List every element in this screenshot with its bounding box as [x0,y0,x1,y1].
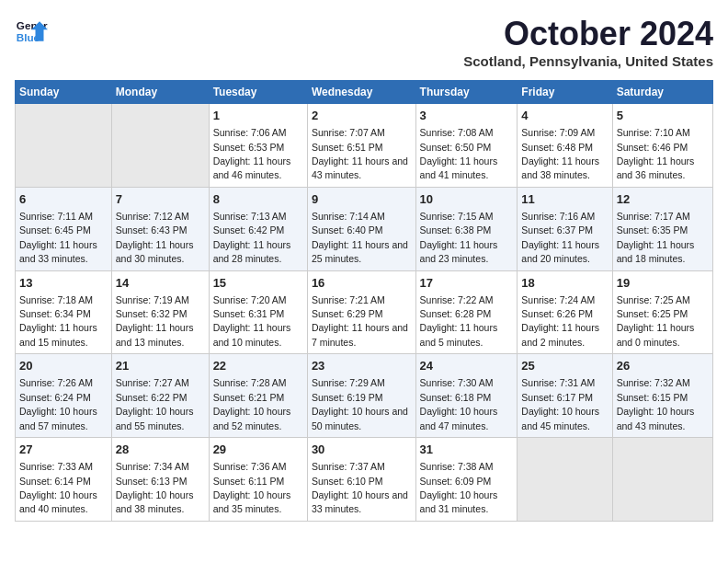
day-info: Sunrise: 7:24 AMSunset: 6:26 PMDaylight:… [521,294,599,348]
calendar-week-row: 6Sunrise: 7:11 AMSunset: 6:45 PMDaylight… [16,187,713,270]
calendar-day-cell: 11Sunrise: 7:16 AMSunset: 6:37 PMDayligh… [518,187,612,270]
day-info: Sunrise: 7:15 AMSunset: 6:38 PMDaylight:… [420,211,498,264]
day-info: Sunrise: 7:34 AMSunset: 6:13 PMDaylight:… [116,461,194,514]
day-info: Sunrise: 7:33 AMSunset: 6:14 PMDaylight:… [19,461,97,514]
day-info: Sunrise: 7:32 AMSunset: 6:15 PMDaylight:… [617,377,695,431]
day-info: Sunrise: 7:06 AMSunset: 6:53 PMDaylight:… [213,127,291,180]
calendar-day-cell: 8Sunrise: 7:13 AMSunset: 6:42 PMDaylight… [209,187,307,270]
weekday-header: Saturday [612,81,712,104]
day-number: 6 [19,191,108,208]
calendar-table: SundayMondayTuesdayWednesdayThursdayFrid… [15,80,713,522]
calendar-header-row: SundayMondayTuesdayWednesdayThursdayFrid… [16,81,713,104]
calendar-week-row: 13Sunrise: 7:18 AMSunset: 6:34 PMDayligh… [16,270,713,354]
day-number: 1 [213,108,303,124]
weekday-header: Monday [111,81,209,104]
day-number: 9 [312,191,412,208]
calendar-day-cell: 15Sunrise: 7:20 AMSunset: 6:31 PMDayligh… [209,270,307,354]
calendar-day-cell: 21Sunrise: 7:27 AMSunset: 6:22 PMDayligh… [111,354,209,438]
weekday-header: Tuesday [209,81,307,104]
calendar-day-cell: 7Sunrise: 7:12 AMSunset: 6:43 PMDaylight… [111,187,209,270]
day-number: 18 [521,275,608,292]
calendar-day-cell: 17Sunrise: 7:22 AMSunset: 6:28 PMDayligh… [415,270,518,354]
title-block: October 2024 Scotland, Pennsylvania, Uni… [463,15,713,69]
calendar-day-cell [612,438,712,522]
weekday-header: Sunday [16,81,112,104]
calendar-day-cell: 9Sunrise: 7:14 AMSunset: 6:40 PMDaylight… [307,187,415,270]
day-info: Sunrise: 7:28 AMSunset: 6:21 PMDaylight:… [213,377,291,431]
calendar-day-cell: 22Sunrise: 7:28 AMSunset: 6:21 PMDayligh… [209,354,307,438]
day-number: 23 [312,358,412,374]
weekday-header: Thursday [415,81,518,104]
logo-icon: General Blue [15,15,48,48]
calendar-day-cell: 29Sunrise: 7:36 AMSunset: 6:11 PMDayligh… [209,438,307,522]
calendar-day-cell [16,104,112,188]
day-info: Sunrise: 7:09 AMSunset: 6:48 PMDaylight:… [521,127,599,180]
calendar-day-cell: 30Sunrise: 7:37 AMSunset: 6:10 PMDayligh… [307,438,415,522]
calendar-day-cell: 16Sunrise: 7:21 AMSunset: 6:29 PMDayligh… [307,270,415,354]
day-info: Sunrise: 7:16 AMSunset: 6:37 PMDaylight:… [521,211,599,264]
day-number: 14 [116,275,205,292]
location: Scotland, Pennsylvania, United States [463,53,713,69]
day-info: Sunrise: 7:13 AMSunset: 6:42 PMDaylight:… [213,211,291,264]
day-info: Sunrise: 7:22 AMSunset: 6:28 PMDaylight:… [420,294,498,348]
day-number: 29 [213,442,303,458]
day-info: Sunrise: 7:14 AMSunset: 6:40 PMDaylight:… [312,211,408,264]
calendar-day-cell: 31Sunrise: 7:38 AMSunset: 6:09 PMDayligh… [415,438,518,522]
day-info: Sunrise: 7:18 AMSunset: 6:34 PMDaylight:… [19,294,97,348]
weekday-header: Wednesday [307,81,415,104]
page-header: General Blue October 2024 Scotland, Penn… [15,15,713,69]
day-info: Sunrise: 7:27 AMSunset: 6:22 PMDaylight:… [116,377,194,431]
day-info: Sunrise: 7:31 AMSunset: 6:17 PMDaylight:… [521,377,599,431]
month-title: October 2024 [463,15,713,53]
day-info: Sunrise: 7:25 AMSunset: 6:25 PMDaylight:… [617,294,695,348]
day-number: 30 [312,442,412,458]
calendar-day-cell: 2Sunrise: 7:07 AMSunset: 6:51 PMDaylight… [307,104,415,188]
day-number: 25 [521,358,608,374]
calendar-day-cell: 6Sunrise: 7:11 AMSunset: 6:45 PMDaylight… [16,187,112,270]
calendar-day-cell: 18Sunrise: 7:24 AMSunset: 6:26 PMDayligh… [518,270,612,354]
calendar-day-cell [518,438,612,522]
day-info: Sunrise: 7:07 AMSunset: 6:51 PMDaylight:… [312,127,408,180]
calendar-day-cell: 10Sunrise: 7:15 AMSunset: 6:38 PMDayligh… [415,187,518,270]
calendar-day-cell: 25Sunrise: 7:31 AMSunset: 6:17 PMDayligh… [518,354,612,438]
calendar-day-cell: 1Sunrise: 7:06 AMSunset: 6:53 PMDaylight… [209,104,307,188]
day-info: Sunrise: 7:36 AMSunset: 6:11 PMDaylight:… [213,461,291,514]
day-number: 13 [19,275,108,292]
day-number: 27 [19,442,108,458]
day-info: Sunrise: 7:08 AMSunset: 6:50 PMDaylight:… [420,127,498,180]
day-info: Sunrise: 7:30 AMSunset: 6:18 PMDaylight:… [420,377,498,431]
day-number: 15 [213,275,303,292]
calendar-day-cell: 24Sunrise: 7:30 AMSunset: 6:18 PMDayligh… [415,354,518,438]
calendar-day-cell: 12Sunrise: 7:17 AMSunset: 6:35 PMDayligh… [612,187,712,270]
day-number: 24 [420,358,514,374]
day-number: 10 [420,191,514,208]
day-number: 28 [116,442,205,458]
day-number: 3 [420,108,514,124]
calendar-day-cell: 23Sunrise: 7:29 AMSunset: 6:19 PMDayligh… [307,354,415,438]
day-number: 22 [213,358,303,374]
day-number: 19 [617,275,709,292]
day-number: 5 [617,108,709,124]
day-number: 11 [521,191,608,208]
calendar-day-cell: 13Sunrise: 7:18 AMSunset: 6:34 PMDayligh… [16,270,112,354]
day-number: 8 [213,191,303,208]
day-info: Sunrise: 7:10 AMSunset: 6:46 PMDaylight:… [617,127,695,180]
day-number: 7 [116,191,205,208]
day-info: Sunrise: 7:19 AMSunset: 6:32 PMDaylight:… [116,294,194,348]
day-number: 20 [19,358,108,374]
calendar-week-row: 1Sunrise: 7:06 AMSunset: 6:53 PMDaylight… [16,104,713,188]
day-info: Sunrise: 7:11 AMSunset: 6:45 PMDaylight:… [19,211,97,264]
day-info: Sunrise: 7:12 AMSunset: 6:43 PMDaylight:… [116,211,194,264]
day-number: 12 [617,191,709,208]
day-info: Sunrise: 7:38 AMSunset: 6:09 PMDaylight:… [420,461,498,514]
day-number: 21 [116,358,205,374]
calendar-day-cell: 27Sunrise: 7:33 AMSunset: 6:14 PMDayligh… [16,438,112,522]
day-info: Sunrise: 7:29 AMSunset: 6:19 PMDaylight:… [312,377,408,431]
calendar-day-cell: 19Sunrise: 7:25 AMSunset: 6:25 PMDayligh… [612,270,712,354]
day-number: 16 [312,275,412,292]
day-info: Sunrise: 7:17 AMSunset: 6:35 PMDaylight:… [617,211,695,264]
calendar-day-cell: 4Sunrise: 7:09 AMSunset: 6:48 PMDaylight… [518,104,612,188]
day-info: Sunrise: 7:26 AMSunset: 6:24 PMDaylight:… [19,377,97,431]
calendar-day-cell [111,104,209,188]
day-number: 17 [420,275,514,292]
